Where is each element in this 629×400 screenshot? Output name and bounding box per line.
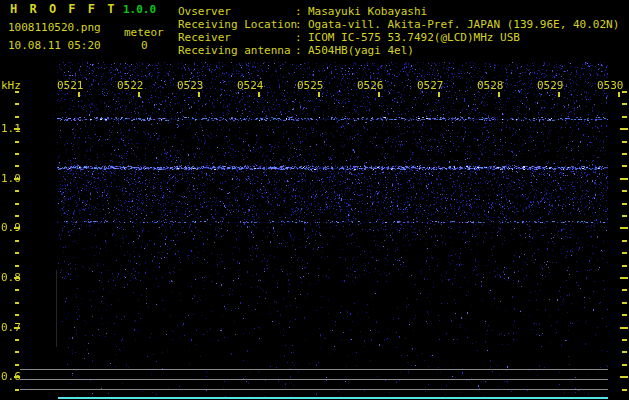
info-label: Receiving antenna bbox=[178, 44, 295, 57]
info-label: Ovserver bbox=[178, 5, 295, 18]
info-colon: : bbox=[295, 31, 308, 44]
x-axis-minute-tick bbox=[258, 92, 260, 97]
y-axis-minor-tick-left bbox=[15, 240, 19, 242]
y-axis-minor-tick-left bbox=[15, 203, 19, 205]
x-axis-minute-tick bbox=[198, 92, 200, 97]
x-axis-time-label: 0527 bbox=[417, 79, 444, 92]
y-axis-minor-tick-right bbox=[622, 389, 627, 391]
x-axis-time-label: 0522 bbox=[117, 79, 144, 92]
y-axis-minor-tick-left bbox=[15, 116, 19, 118]
y-axis-major-tick-right bbox=[620, 277, 628, 279]
y-axis-minor-tick-right bbox=[622, 153, 627, 155]
y-axis-minor-tick-left bbox=[15, 190, 19, 192]
baseline-gray-line bbox=[20, 379, 608, 380]
info-row: Receiver:ICOM IC-575 53.7492(@LCD)MHz US… bbox=[178, 31, 619, 44]
y-axis-minor-tick-left bbox=[15, 339, 19, 341]
y-axis-tick-label: 0.6 bbox=[1, 370, 21, 383]
baseline-gray-line bbox=[20, 369, 608, 370]
x-axis-minute-tick bbox=[438, 92, 440, 97]
hrofft-screen: H R O F F T 1.0.0 1008110520.png meteor … bbox=[0, 0, 629, 400]
baseline-gray-line bbox=[20, 389, 608, 390]
y-axis-minor-tick-right bbox=[622, 103, 627, 105]
observation-datetime: 10.08.11 05:20 bbox=[8, 39, 101, 52]
observation-info: Ovserver:Masayuki KobayashiReceiving Loc… bbox=[178, 5, 619, 57]
info-value: A504HB(yagi 4el) bbox=[308, 44, 414, 57]
x-axis-time-label: 0521 bbox=[57, 79, 84, 92]
y-axis-minor-tick-left bbox=[15, 153, 19, 155]
meteor-count: 0 bbox=[141, 39, 148, 52]
y-axis-minor-tick-left bbox=[15, 302, 19, 304]
info-value: Ogata-vill. Akita-Pref. JAPAN (139.96E, … bbox=[308, 18, 619, 31]
x-axis-time-label: 0528 bbox=[477, 79, 504, 92]
x-axis-time-label: 0524 bbox=[237, 79, 264, 92]
y-axis-major-tick-right bbox=[620, 227, 628, 229]
spectrogram-canvas bbox=[57, 62, 608, 398]
y-axis-minor-tick-left bbox=[15, 141, 19, 143]
y-axis-minor-tick-right bbox=[622, 116, 627, 118]
output-filename: 1008110520.png bbox=[8, 21, 101, 34]
y-axis-tick-label: 0.7 bbox=[1, 321, 21, 334]
y-axis-minor-tick-left bbox=[15, 265, 19, 267]
y-axis-major-tick-right bbox=[620, 178, 628, 180]
y-axis-minor-tick-left bbox=[15, 389, 19, 391]
y-axis-minor-tick-left bbox=[15, 165, 19, 167]
y-axis-minor-tick-right bbox=[622, 364, 627, 366]
app-version: 1.0.0 bbox=[123, 3, 156, 16]
info-row: Receiving antenna:A504HB(yagi 4el) bbox=[178, 44, 619, 57]
info-label: Receiver bbox=[178, 31, 295, 44]
info-value: ICOM IC-575 53.7492(@LCD)MHz USB bbox=[308, 31, 520, 44]
x-axis-minute-tick bbox=[138, 92, 140, 97]
x-axis-minute-tick bbox=[78, 92, 80, 97]
app-title: H R O F F T bbox=[10, 2, 117, 16]
y-axis-tick-label: 1.1 bbox=[1, 122, 21, 135]
x-axis-time-label: 0530 bbox=[597, 79, 624, 92]
sweep-cyan-line bbox=[58, 397, 608, 399]
y-axis-minor-tick-right bbox=[622, 165, 627, 167]
y-axis-minor-tick-right bbox=[622, 289, 627, 291]
y-axis-tick-label: 0.8 bbox=[1, 271, 21, 284]
x-axis-minute-tick bbox=[318, 92, 320, 97]
y-axis-minor-tick-left bbox=[15, 351, 19, 353]
y-axis-minor-tick-right bbox=[622, 265, 627, 267]
x-axis-time-label: 0526 bbox=[357, 79, 384, 92]
y-axis-minor-tick-right bbox=[622, 351, 627, 353]
y-axis-minor-tick-right bbox=[622, 190, 627, 192]
info-colon: : bbox=[295, 44, 308, 57]
x-axis-minute-tick bbox=[378, 92, 380, 97]
x-axis-time-label: 0525 bbox=[297, 79, 324, 92]
info-label: Receiving Location bbox=[178, 18, 295, 31]
info-value: Masayuki Kobayashi bbox=[308, 5, 427, 18]
y-axis-minor-tick-right bbox=[622, 339, 627, 341]
info-row: Ovserver:Masayuki Kobayashi bbox=[178, 5, 619, 18]
info-row: Receiving Location:Ogata-vill. Akita-Pre… bbox=[178, 18, 619, 31]
y-axis-minor-tick-right bbox=[622, 252, 627, 254]
info-colon: : bbox=[295, 5, 308, 18]
x-axis-time-label: 0529 bbox=[537, 79, 564, 92]
mode-label: meteor bbox=[124, 26, 164, 39]
y-axis-minor-tick-right bbox=[622, 203, 627, 205]
y-axis-major-tick-right bbox=[620, 376, 628, 378]
y-axis-minor-tick-right bbox=[622, 302, 627, 304]
x-axis-minute-tick bbox=[618, 92, 620, 97]
y-axis-minor-tick-right bbox=[622, 240, 627, 242]
y-axis-tick-label: 1.0 bbox=[1, 172, 21, 185]
y-axis-minor-tick-left bbox=[15, 314, 19, 316]
faint-vertical-line bbox=[56, 270, 57, 347]
y-axis-minor-tick-left bbox=[15, 91, 19, 93]
x-axis-time-label: 0523 bbox=[177, 79, 204, 92]
y-axis-minor-tick-left bbox=[15, 252, 19, 254]
y-axis-minor-tick-right bbox=[622, 215, 627, 217]
y-axis-minor-tick-left bbox=[15, 289, 19, 291]
y-axis-major-tick-right bbox=[620, 327, 628, 329]
x-axis-minute-tick bbox=[558, 92, 560, 97]
y-axis-minor-tick-right bbox=[622, 314, 627, 316]
info-colon: : bbox=[295, 18, 308, 31]
y-axis-minor-tick-left bbox=[15, 364, 19, 366]
y-axis-major-tick-right bbox=[620, 128, 628, 130]
y-axis-minor-tick-left bbox=[15, 103, 19, 105]
x-axis-minute-tick bbox=[498, 92, 500, 97]
y-axis-minor-tick-left bbox=[15, 215, 19, 217]
y-axis-minor-tick-right bbox=[622, 141, 627, 143]
y-axis-tick-label: 0.9 bbox=[1, 221, 21, 234]
